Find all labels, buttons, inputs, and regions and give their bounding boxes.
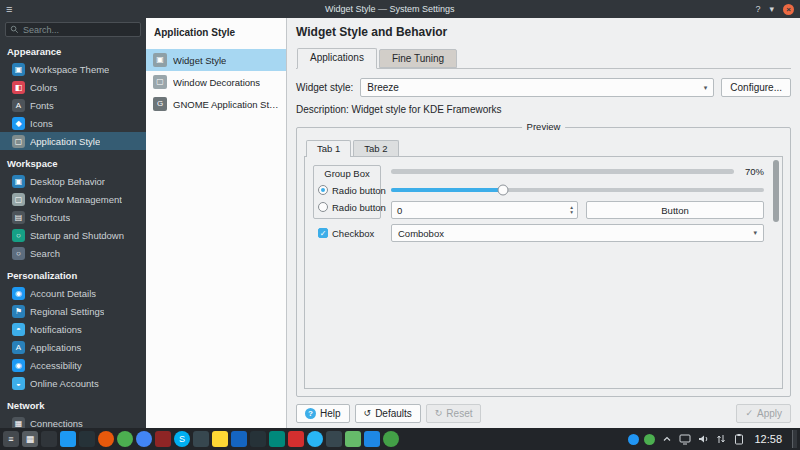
clipboard-icon[interactable] <box>732 433 745 446</box>
sidebar-item-window-management[interactable]: ▢Window Management <box>0 190 146 208</box>
sidebar-item-label: Desktop Behavior <box>30 176 105 187</box>
taskbar-app-icon[interactable] <box>193 431 209 447</box>
firefox-icon[interactable] <box>98 431 114 447</box>
help-button[interactable]: ? Help <box>296 404 350 423</box>
tab-fine-tuning[interactable]: Fine Tuning <box>379 49 457 68</box>
subcategory-item-window-decorations[interactable]: ▢Window Decorations <box>146 71 286 93</box>
taskbar-app-icon[interactable] <box>231 431 247 447</box>
sidebar-item-search[interactable]: ○Search <box>0 244 146 262</box>
slider[interactable] <box>391 188 764 192</box>
taskbar-app-icon[interactable] <box>326 431 342 447</box>
caret-up-icon[interactable] <box>660 433 673 446</box>
volume-icon[interactable] <box>696 433 709 446</box>
apply-button[interactable]: ✓ Apply <box>736 404 791 423</box>
sidebar-item-desktop-behavior[interactable]: ▣Desktop Behavior <box>0 172 146 190</box>
widget-style-select[interactable]: Breeze ▾ <box>360 78 714 97</box>
application-style-icon: ▢ <box>12 135 25 148</box>
telegram-icon[interactable] <box>307 431 323 447</box>
preview-button[interactable]: Button <box>586 201 764 219</box>
sidebar-item-applications[interactable]: AApplications <box>0 338 146 356</box>
taskbar-app-icon[interactable] <box>364 431 380 447</box>
colors-icon: ◧ <box>12 81 25 94</box>
app-launcher-icon[interactable]: ≡ <box>3 431 19 447</box>
search-icon <box>10 25 19 34</box>
taskbar-app-icon[interactable] <box>212 431 228 447</box>
configure-button[interactable]: Configure... <box>721 78 791 97</box>
preview-frame: Group Box Radio button Radio button <box>304 156 783 389</box>
spin-down-icon[interactable]: ▾ <box>570 210 573 215</box>
show-desktop-button[interactable] <box>792 430 797 448</box>
display-icon[interactable] <box>678 433 691 446</box>
taskbar-app-icon[interactable] <box>345 431 361 447</box>
spinbox-value: 0 <box>397 205 402 216</box>
sidebar-item-accessibility[interactable]: ◉Accessibility <box>0 356 146 374</box>
search-category-icon: ○ <box>12 247 25 260</box>
pager-icon[interactable]: ▦ <box>22 431 38 447</box>
taskbar-app-icon[interactable] <box>383 431 399 447</box>
subcategory-item-gnome-application-style-gtk[interactable]: GGNOME Application Style (GTK) <box>146 93 286 115</box>
radio-icon-checked[interactable] <box>318 185 328 195</box>
network-icon[interactable] <box>714 433 727 446</box>
preview-groupbox: Preview Tab 1 Tab 2 Group Box Radio butt… <box>296 127 791 397</box>
tab-applications[interactable]: Applications <box>297 48 377 69</box>
preview-scrollbar[interactable] <box>772 159 780 386</box>
file-manager-icon[interactable] <box>60 431 76 447</box>
tray-app-icon[interactable] <box>628 434 639 445</box>
sidebar-item-application-style[interactable]: ▢Application Style <box>0 132 146 150</box>
search-input[interactable] <box>23 25 136 35</box>
window-menu-icon[interactable]: ≡ <box>6 3 24 15</box>
slider-row <box>391 183 764 196</box>
chromium-icon[interactable] <box>136 431 152 447</box>
taskbar-app-icon[interactable] <box>269 431 285 447</box>
skype-icon[interactable]: S <box>174 431 190 447</box>
reset-button[interactable]: ↻ Reset <box>426 404 482 423</box>
defaults-button[interactable]: ↺ Defaults <box>355 404 421 423</box>
sidebar-item-icons[interactable]: ◆Icons <box>0 114 146 132</box>
window-controls: ? ▾ × <box>755 4 794 15</box>
checkbox-label: Checkbox <box>332 228 374 239</box>
sidebar-item-notifications[interactable]: ◓Notifications <box>0 320 146 338</box>
sidebar-item-label: Connections <box>30 418 83 429</box>
taskbar-app-icon[interactable] <box>117 431 133 447</box>
sidebar-item-account-details[interactable]: ◉Account Details <box>0 284 146 302</box>
window-body: Appearance▣Workspace Theme◧ColorsAFonts◆… <box>0 18 800 428</box>
sidebar-section-personalization: Personalization <box>0 262 146 284</box>
widget-style-row: Widget style: Breeze ▾ Configure... <box>296 78 791 97</box>
radio-icon-unchecked[interactable] <box>318 202 328 212</box>
preview-title: Preview <box>522 121 566 132</box>
help-window-button[interactable]: ? <box>755 4 760 14</box>
spinbox[interactable]: 0 ▴ ▾ <box>391 201 578 219</box>
minimize-window-button[interactable]: ▾ <box>769 4 774 14</box>
scrollbar-thumb[interactable] <box>773 160 779 222</box>
search-box[interactable] <box>5 22 141 37</box>
preview-tab-1[interactable]: Tab 1 <box>306 140 351 157</box>
close-window-button[interactable]: × <box>783 4 794 15</box>
sidebar-item-colors[interactable]: ◧Colors <box>0 78 146 96</box>
tray-app-icon[interactable] <box>644 434 655 445</box>
checkbox-icon-checked[interactable]: ✓ <box>318 228 328 238</box>
progress-bar <box>391 169 734 174</box>
preview-combobox[interactable]: Combobox ▾ <box>391 224 764 242</box>
taskbar-app-icon[interactable] <box>250 431 266 447</box>
taskbar-app-icon[interactable] <box>79 431 95 447</box>
defaults-button-label: Defaults <box>375 408 412 419</box>
sidebar-item-startup-and-shutdown[interactable]: ○Startup and Shutdown <box>0 226 146 244</box>
preview-tab-2[interactable]: Tab 2 <box>353 140 398 156</box>
taskbar-app-icon[interactable] <box>288 431 304 447</box>
clock[interactable]: 12:58 <box>754 433 782 445</box>
sidebar-item-online-accounts[interactable]: ◒Online Accounts <box>0 374 146 392</box>
radio-option-2[interactable]: Radio button <box>318 200 376 214</box>
taskbar-app-icon[interactable] <box>155 431 171 447</box>
slider-handle[interactable] <box>497 184 508 195</box>
checkbox-option[interactable]: ✓ Checkbox <box>313 226 381 240</box>
sidebar-item-fonts[interactable]: AFonts <box>0 96 146 114</box>
radio-option-1[interactable]: Radio button <box>318 183 376 197</box>
spinbox-arrows[interactable]: ▴ ▾ <box>570 205 573 215</box>
sidebar-item-label: Shortcuts <box>30 212 70 223</box>
taskbar-app-icon[interactable] <box>41 431 57 447</box>
sidebar-item-connections[interactable]: ▦Connections <box>0 414 146 428</box>
sidebar-item-regional-settings[interactable]: ⚑Regional Settings <box>0 302 146 320</box>
sidebar-item-shortcuts[interactable]: ▤Shortcuts <box>0 208 146 226</box>
subcategory-item-widget-style[interactable]: ▣Widget Style <box>146 49 286 71</box>
sidebar-item-workspace-theme[interactable]: ▣Workspace Theme <box>0 60 146 78</box>
